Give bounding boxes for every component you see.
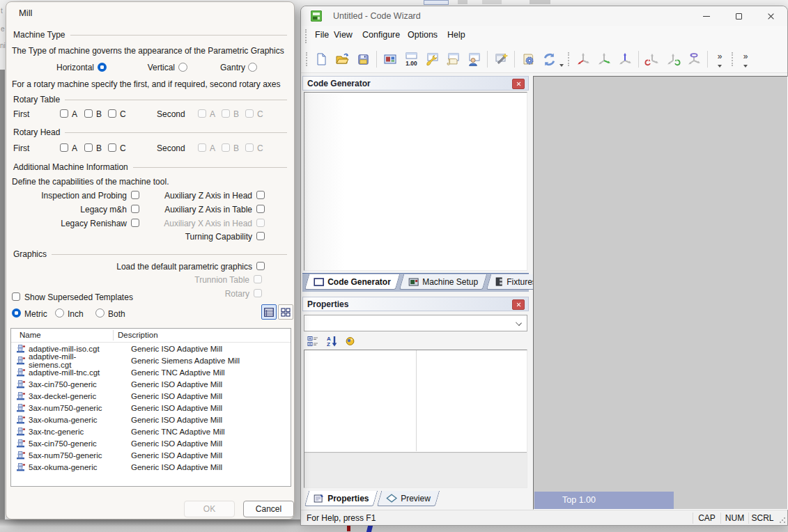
close-button[interactable] xyxy=(755,6,786,26)
title-bar[interactable]: Untitled - Code Wizard xyxy=(301,6,787,26)
tab-code-generator[interactable]: Code Generator xyxy=(304,274,400,290)
toolbar-separator xyxy=(707,51,708,68)
list-header: Name Description xyxy=(11,329,291,343)
axis-x-button[interactable] xyxy=(573,49,594,70)
axis-z-icon xyxy=(617,52,633,67)
save-button[interactable] xyxy=(353,49,373,70)
code-generator-content[interactable] xyxy=(304,92,527,271)
list-item[interactable]: adaptive-mill-tnc.cgt Generic TNC Adapti… xyxy=(11,366,291,378)
list-item[interactable]: 3ax-deckel-generic Generic ISO Adaptive … xyxy=(11,390,291,402)
parametric-graphics-button[interactable] xyxy=(380,49,401,70)
toolbar-grip[interactable] xyxy=(732,52,734,66)
turning-capability-checkbox[interactable] xyxy=(256,232,265,240)
gantry-radio[interactable] xyxy=(248,63,257,72)
rotary-a-button[interactable] xyxy=(642,49,663,70)
show-superseded-label: Show Superseded Templates xyxy=(24,292,133,302)
menu-options[interactable]: Options xyxy=(408,30,438,40)
horizontal-radio[interactable] xyxy=(98,63,107,72)
aux-z-table-checkbox[interactable] xyxy=(256,205,265,213)
menu-view[interactable]: View xyxy=(334,30,353,40)
rotary-head-first-a-checkbox[interactable] xyxy=(60,143,68,152)
new-file-button[interactable] xyxy=(311,49,332,70)
open-file-button[interactable] xyxy=(332,49,353,70)
axis-label: B xyxy=(233,143,239,153)
categorized-view-icon[interactable] xyxy=(307,336,319,347)
toolbar-overflow-button[interactable]: » xyxy=(711,51,729,68)
rotary-head-first-b-checkbox[interactable] xyxy=(84,143,93,152)
user-setup-button[interactable] xyxy=(463,49,484,70)
list-item[interactable]: 5ax-okuma-generic Generic ISO Adaptive M… xyxy=(11,461,291,473)
maximize-button[interactable] xyxy=(723,6,754,26)
rotary-c-button[interactable] xyxy=(683,49,704,70)
list-item[interactable]: 5ax-num750-generic Generic ISO Adaptive … xyxy=(11,449,291,461)
panel-close-button[interactable] xyxy=(512,299,525,310)
menubar-grip[interactable] xyxy=(305,29,307,43)
property-pages-icon[interactable] xyxy=(345,336,355,346)
wizard-button[interactable] xyxy=(490,49,511,70)
aux-z-head-checkbox[interactable] xyxy=(256,191,265,199)
column-description[interactable]: Description xyxy=(118,331,158,339)
menu-file[interactable]: File xyxy=(315,30,329,40)
toolbar-separator xyxy=(514,51,515,68)
machine-tools-button[interactable] xyxy=(422,49,442,70)
minimize-icon xyxy=(703,16,710,17)
list-item[interactable]: adaptive-mill-siemens.cgt Generic Siemen… xyxy=(11,354,291,366)
resize-grip[interactable] xyxy=(779,517,786,524)
both-radio[interactable] xyxy=(95,308,105,318)
tab-preview[interactable]: Preview xyxy=(377,491,440,506)
load-default-checkbox[interactable] xyxy=(256,262,265,270)
tab-properties[interactable]: Properties xyxy=(304,491,378,506)
properties-combobox[interactable] xyxy=(304,315,527,331)
list-item[interactable]: 3ax-okuma-generic Generic ISO Adaptive M… xyxy=(11,414,291,425)
script-window-button[interactable] xyxy=(442,49,463,70)
rotary-head-first-c-checkbox[interactable] xyxy=(108,143,116,152)
menu-configure[interactable]: Configure xyxy=(362,30,400,40)
maximize-icon xyxy=(736,13,742,19)
axis-z-button[interactable] xyxy=(615,49,635,70)
column-divider[interactable] xyxy=(113,330,114,341)
overflow-chevron: » xyxy=(743,53,748,61)
vertical-radio[interactable] xyxy=(178,63,187,72)
icons-view-button[interactable] xyxy=(278,304,293,320)
list-item[interactable]: 3ax-tnc-generic Generic TNC Adaptive Mil… xyxy=(11,425,291,437)
menu-help[interactable]: Help xyxy=(447,30,465,40)
graphics-icon xyxy=(383,52,397,66)
inch-radio[interactable] xyxy=(55,308,64,318)
rotary-table-first-a-checkbox[interactable] xyxy=(60,109,68,118)
list-item[interactable]: 3ax-cin750-generic Generic ISO Adaptive … xyxy=(11,378,291,390)
graphics-viewport[interactable]: Top 1.00 xyxy=(533,76,788,510)
generate-code-button[interactable] xyxy=(518,49,539,70)
refresh-button[interactable] xyxy=(539,49,559,70)
dropdown-arrow-icon[interactable] xyxy=(559,64,564,67)
axis-y-button[interactable] xyxy=(594,49,615,70)
show-superseded-checkbox[interactable] xyxy=(12,292,20,301)
machine-icon xyxy=(16,391,26,400)
grid-column-divider[interactable] xyxy=(416,350,417,451)
panel-close-button[interactable] xyxy=(512,79,525,89)
scale-button[interactable]: 1.00 xyxy=(401,49,422,70)
sort-az-icon[interactable]: A Z xyxy=(326,336,338,347)
rotary-table-first-c-checkbox[interactable] xyxy=(108,109,116,118)
minimize-button[interactable] xyxy=(691,6,722,26)
tab-machine-setup[interactable]: Machine Setup xyxy=(399,274,487,290)
rotary-b-button[interactable] xyxy=(663,49,683,70)
toolbar-grip[interactable] xyxy=(568,52,570,66)
rotary-table-first-b-checkbox[interactable] xyxy=(84,109,93,118)
background-fragment xyxy=(530,0,550,4)
toolbar-grip[interactable] xyxy=(306,52,308,66)
details-view-button[interactable] xyxy=(261,304,277,320)
cancel-button[interactable]: Cancel xyxy=(243,501,294,517)
list-item[interactable]: 3ax-num750-generic Generic ISO Adaptive … xyxy=(11,402,291,414)
status-text: For Help, press F1 xyxy=(307,513,376,523)
bottom-tab-strip: Properties Preview xyxy=(302,490,529,509)
tab-label: Properties xyxy=(327,494,369,503)
properties-grid[interactable] xyxy=(304,350,527,488)
user-window-icon xyxy=(467,52,481,66)
ok-button[interactable]: OK xyxy=(184,501,235,517)
metric-radio[interactable] xyxy=(12,308,21,318)
properties-panel-header: Properties xyxy=(302,297,529,311)
aux-x-head-checkbox xyxy=(256,219,265,227)
column-name[interactable]: Name xyxy=(20,331,41,339)
toolbar-overflow-button-2[interactable]: » xyxy=(736,51,755,68)
list-item[interactable]: 5ax-cin750-generic Generic ISO Adaptive … xyxy=(11,437,291,449)
